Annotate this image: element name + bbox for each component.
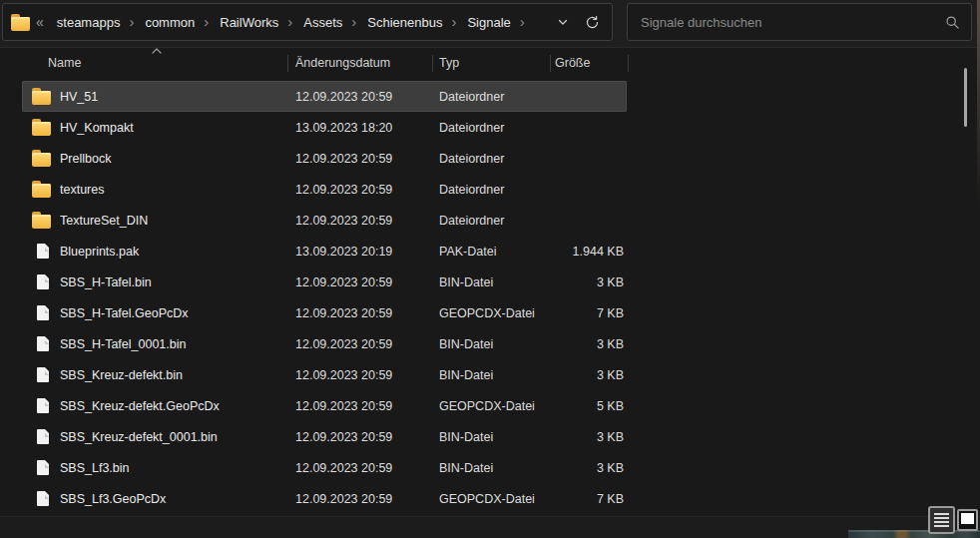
- breadcrumb-overflow-icon[interactable]: «: [34, 14, 47, 30]
- file-type: Dateiordner: [439, 90, 558, 104]
- file-type: GEOPCDX-Datei: [439, 399, 558, 413]
- file-modified-date: 12.09.2023 20:59: [295, 306, 439, 320]
- file-row[interactable]: TextureSet_DIN 12.09.2023 20:59 Dateiord…: [22, 205, 627, 236]
- file-name: SBS_Kreuz-defekt.bin: [60, 368, 295, 382]
- sort-ascending-icon: [152, 48, 162, 54]
- file-modified-date: 12.09.2023 20:59: [295, 214, 439, 228]
- breadcrumb-chevron-icon[interactable]: ›: [448, 13, 459, 30]
- large-icons-view-button[interactable]: [957, 509, 978, 531]
- file-icon: [37, 336, 49, 351]
- file-name: HV_Kompakt: [60, 121, 295, 135]
- file-name: Blueprints.pak: [60, 245, 295, 259]
- details-view-icon: [934, 513, 949, 515]
- file-size: 5 KB: [558, 399, 627, 413]
- breadcrumb-chevron-icon[interactable]: ›: [284, 13, 295, 30]
- current-folder-icon: [11, 17, 30, 31]
- file-type: GEOPCDX-Datei: [439, 306, 558, 320]
- file-type: PAK-Datei: [439, 245, 558, 259]
- file-size: 3 KB: [558, 275, 627, 289]
- file-modified-date: 13.09.2023 18:20: [295, 121, 439, 135]
- file-row[interactable]: HV_Kompakt 13.09.2023 18:20 Dateiordner: [22, 112, 627, 143]
- file-name: Prellbock: [60, 152, 295, 166]
- file-icon: [37, 429, 49, 444]
- file-modified-date: 12.09.2023 20:59: [295, 368, 439, 382]
- file-row[interactable]: SBS_H-Tafel_0001.bin 12.09.2023 20:59 BI…: [22, 328, 627, 359]
- folder-icon: [32, 91, 51, 105]
- file-name: SBS_H-Tafel_0001.bin: [60, 337, 295, 351]
- large-icons-view-icon: [961, 513, 974, 524]
- file-name: SBS_Lf3.GeoPcDx: [60, 492, 295, 506]
- refresh-icon[interactable]: [585, 15, 600, 30]
- column-divider[interactable]: [287, 55, 288, 72]
- file-type: BIN-Datei: [439, 337, 558, 351]
- file-row[interactable]: textures 12.09.2023 20:59 Dateiordner: [22, 174, 627, 205]
- file-row[interactable]: HV_51 12.09.2023 20:59 Dateiordner: [22, 81, 627, 112]
- file-name: SBS_Kreuz-defekt.GeoPcDx: [60, 399, 295, 413]
- breadcrumb-item[interactable]: steamapps: [51, 12, 127, 33]
- breadcrumb-chevron-icon[interactable]: ›: [126, 13, 137, 30]
- file-modified-date: 13.09.2023 20:19: [295, 245, 439, 259]
- file-modified-date: 12.09.2023 20:59: [295, 461, 439, 475]
- column-header-name[interactable]: Name: [48, 56, 81, 70]
- file-modified-date: 12.09.2023 20:59: [295, 492, 439, 506]
- file-row[interactable]: Prellbock 12.09.2023 20:59 Dateiordner: [22, 143, 627, 174]
- breadcrumb-item[interactable]: RailWorks: [214, 12, 284, 33]
- file-row[interactable]: SBS_H-Tafel.GeoPcDx 12.09.2023 20:59 GEO…: [22, 297, 627, 328]
- breadcrumb-item[interactable]: Schienenbus: [361, 12, 448, 33]
- file-name: TextureSet_DIN: [60, 214, 295, 228]
- file-type: BIN-Datei: [439, 275, 558, 289]
- toolbar: « steamapps› common› RailWorks› Assets› …: [0, 0, 980, 48]
- breadcrumb-item[interactable]: common: [139, 12, 201, 33]
- file-type: Dateiordner: [439, 152, 558, 166]
- file-icon: [37, 460, 49, 475]
- file-size: 3 KB: [558, 461, 627, 475]
- file-size: 3 KB: [558, 430, 627, 444]
- file-row[interactable]: SBS_Lf3.GeoPcDx 12.09.2023 20:59 GEOPCDX…: [22, 483, 627, 514]
- file-size: 1.944 KB: [558, 245, 627, 259]
- breadcrumb-chevron-icon[interactable]: ›: [348, 13, 359, 30]
- file-type: BIN-Datei: [439, 461, 558, 475]
- column-header-type[interactable]: Typ: [439, 56, 459, 70]
- breadcrumb: steamapps› common› RailWorks› Assets› Sc…: [51, 14, 528, 30]
- file-name: HV_51: [60, 90, 295, 104]
- column-header-size[interactable]: Größe: [555, 56, 590, 70]
- file-name: SBS_Lf3.bin: [60, 461, 295, 475]
- column-header-modified[interactable]: Änderungsdatum: [295, 56, 390, 70]
- details-view-button[interactable]: [928, 506, 955, 534]
- file-name: textures: [60, 183, 295, 197]
- search-icon[interactable]: [945, 15, 960, 30]
- search-input[interactable]: [639, 14, 945, 31]
- address-bar-actions: [557, 15, 604, 30]
- file-name: SBS_H-Tafel.bin: [60, 275, 295, 289]
- column-divider[interactable]: [432, 55, 433, 72]
- file-row[interactable]: Blueprints.pak 13.09.2023 20:19 PAK-Date…: [22, 236, 627, 267]
- chevron-down-icon[interactable]: [557, 16, 569, 28]
- status-bar: [0, 516, 980, 538]
- file-row[interactable]: SBS_Kreuz-defekt.GeoPcDx 12.09.2023 20:5…: [22, 390, 627, 421]
- file-name: SBS_Kreuz-defekt_0001.bin: [60, 430, 295, 444]
- breadcrumb-item[interactable]: Signale: [461, 12, 516, 33]
- file-icon: [37, 491, 49, 506]
- search-box: [627, 3, 972, 41]
- file-modified-date: 12.09.2023 20:59: [295, 183, 439, 197]
- file-row[interactable]: SBS_Kreuz-defekt_0001.bin 12.09.2023 20:…: [22, 421, 627, 452]
- file-type: Dateiordner: [439, 121, 558, 135]
- address-bar[interactable]: « steamapps› common› RailWorks› Assets› …: [2, 3, 613, 41]
- breadcrumb-chevron-icon[interactable]: ›: [201, 13, 212, 30]
- file-row[interactable]: SBS_H-Tafel.bin 12.09.2023 20:59 BIN-Dat…: [22, 267, 627, 297]
- column-header-row: Name Änderungsdatum Typ Größe: [22, 50, 633, 78]
- file-modified-date: 12.09.2023 20:59: [295, 337, 439, 351]
- file-modified-date: 12.09.2023 20:59: [295, 152, 439, 166]
- file-size: 7 KB: [558, 306, 627, 320]
- column-divider[interactable]: [628, 55, 629, 72]
- file-explorer-window: { "address_bar": { "overflow": "«", "sep…: [0, 0, 980, 538]
- breadcrumb-item[interactable]: Assets: [297, 12, 348, 33]
- file-row[interactable]: SBS_Lf3.bin 12.09.2023 20:59 BIN-Datei 3…: [22, 452, 627, 483]
- file-row[interactable]: SBS_Kreuz-defekt.bin 12.09.2023 20:59 BI…: [22, 359, 627, 390]
- column-divider[interactable]: [550, 55, 551, 72]
- file-icon: [37, 274, 49, 289]
- file-type: BIN-Datei: [439, 430, 558, 444]
- breadcrumb-chevron-icon[interactable]: ›: [517, 13, 528, 30]
- folder-icon: [32, 184, 51, 198]
- vertical-scrollbar-thumb[interactable]: [964, 68, 967, 127]
